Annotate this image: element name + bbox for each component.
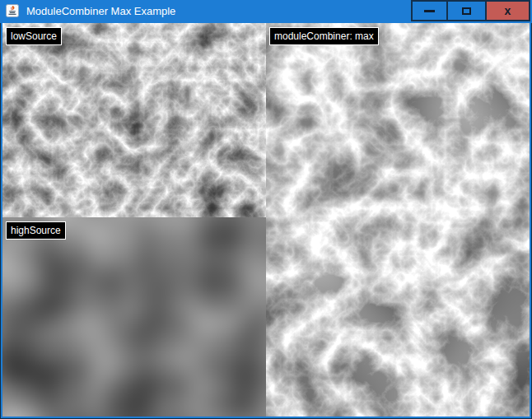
close-icon: x [505,5,511,16]
maximize-icon [462,7,471,15]
module-combiner-label: moduleCombiner: max [269,27,379,45]
java-app-icon [6,4,19,17]
app-window: ModuleCombiner Max Example x lowSource m… [0,0,532,419]
minimize-button[interactable] [411,0,448,21]
close-button[interactable]: x [487,0,530,21]
maximize-button[interactable] [448,0,487,21]
high-source-label: highSource [6,221,66,240]
module-combiner-render [266,23,530,417]
window-title: ModuleCombiner Max Example [26,0,175,22]
high-source-render [2,217,266,417]
low-source-label: lowSource [6,27,62,45]
minimize-icon [424,10,435,12]
low-source-render [2,23,266,217]
window-controls: x [411,0,530,21]
titlebar[interactable]: ModuleCombiner Max Example x [0,0,532,23]
